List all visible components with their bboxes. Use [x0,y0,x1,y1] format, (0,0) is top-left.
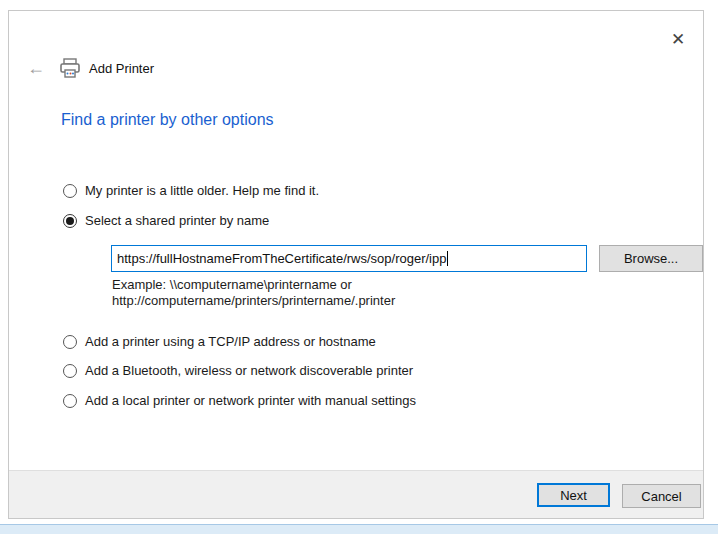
option-label: Add a local printer or network printer w… [85,393,416,408]
radio-checked-icon[interactable] [63,214,77,228]
close-icon: ✕ [671,29,685,50]
dialog-footer: Next Cancel [9,470,703,518]
next-button[interactable]: Next [537,483,610,507]
example-line-1: Example: \\computername\printername or [112,277,395,293]
option-bluetooth-wireless[interactable]: Add a Bluetooth, wireless or network dis… [63,363,413,378]
browse-button-label: Browse... [624,251,678,266]
option-shared-printer[interactable]: Select a shared printer by name [63,213,269,228]
dialog-title: Add Printer [89,61,154,76]
cancel-button[interactable]: Cancel [622,484,701,508]
radio-unchecked-icon[interactable] [63,335,77,349]
option-older-printer[interactable]: My printer is a little older. Help me fi… [63,183,319,198]
page-heading: Find a printer by other options [61,111,274,129]
option-local-manual[interactable]: Add a local printer or network printer w… [63,393,416,408]
browse-button[interactable]: Browse... [599,245,703,272]
printer-name-value: https://fullHostnameFromTheCertificate/r… [117,251,446,266]
example-line-2: http://computername/printers/printername… [112,293,395,309]
option-label: Add a Bluetooth, wireless or network dis… [85,363,413,378]
option-label: My printer is a little older. Help me fi… [85,183,319,198]
screen: ✕ ← Add Printer Find a printer by other … [0,0,718,534]
example-hint: Example: \\computername\printername or h… [112,277,395,309]
dialog-header: ← Add Printer [27,53,154,83]
back-arrow-icon: ← [27,58,45,78]
option-label: Add a printer using a TCP/IP address or … [85,334,376,349]
background-window-edge [0,524,718,534]
close-button[interactable]: ✕ [665,27,691,51]
option-tcpip[interactable]: Add a printer using a TCP/IP address or … [63,334,376,349]
radio-unchecked-icon[interactable] [63,184,77,198]
add-printer-dialog: ✕ ← Add Printer Find a printer by other … [8,10,704,519]
back-button[interactable]: ← [27,58,53,79]
option-label: Select a shared printer by name [85,213,269,228]
radio-unchecked-icon[interactable] [63,394,77,408]
next-button-label: Next [560,488,587,503]
text-caret [447,251,448,266]
printer-icon [59,57,81,79]
radio-unchecked-icon[interactable] [63,364,77,378]
printer-name-input[interactable]: https://fullHostnameFromTheCertificate/r… [111,245,587,272]
cancel-button-label: Cancel [641,489,681,504]
